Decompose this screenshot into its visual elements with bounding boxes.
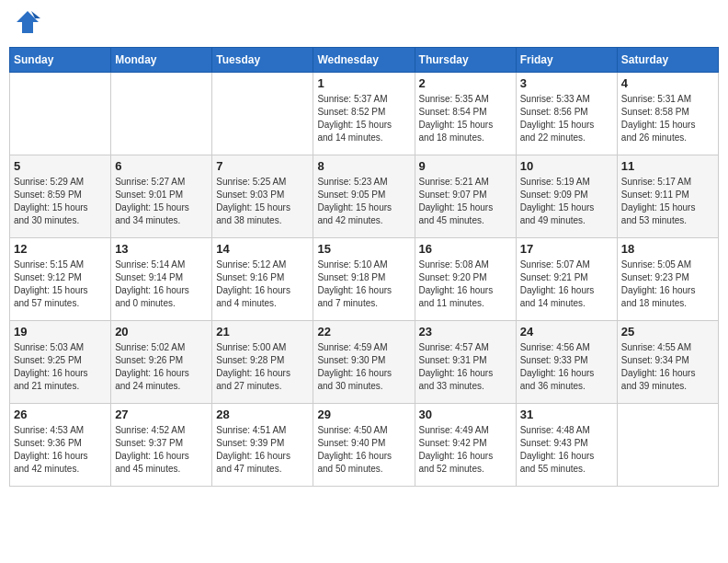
day-info: Sunrise: 5:00 AM Sunset: 9:28 PM Dayligh… bbox=[216, 341, 309, 393]
calendar-cell: 8Sunrise: 5:23 AM Sunset: 9:05 PM Daylig… bbox=[313, 155, 415, 238]
day-number: 14 bbox=[216, 242, 309, 256]
day-info: Sunrise: 5:33 AM Sunset: 8:56 PM Dayligh… bbox=[520, 93, 613, 144]
day-number: 25 bbox=[621, 325, 714, 339]
day-info: Sunrise: 5:37 AM Sunset: 8:52 PM Dayligh… bbox=[317, 93, 410, 144]
calendar-cell: 5Sunrise: 5:29 AM Sunset: 8:59 PM Daylig… bbox=[10, 155, 111, 238]
calendar-cell: 9Sunrise: 5:21 AM Sunset: 9:07 PM Daylig… bbox=[415, 155, 516, 238]
weekday-header-thursday: Thursday bbox=[415, 48, 516, 73]
calendar-cell: 16Sunrise: 5:08 AM Sunset: 9:20 PM Dayli… bbox=[415, 238, 516, 321]
logo-text bbox=[13, 9, 40, 40]
calendar-cell: 14Sunrise: 5:12 AM Sunset: 9:16 PM Dayli… bbox=[212, 238, 313, 321]
calendar-cell: 11Sunrise: 5:17 AM Sunset: 9:11 PM Dayli… bbox=[617, 155, 718, 238]
day-info: Sunrise: 5:05 AM Sunset: 9:23 PM Dayligh… bbox=[621, 259, 714, 310]
calendar-week-1: 1Sunrise: 5:37 AM Sunset: 8:52 PM Daylig… bbox=[10, 73, 719, 155]
calendar-cell: 12Sunrise: 5:15 AM Sunset: 9:12 PM Dayli… bbox=[10, 238, 111, 321]
calendar-cell bbox=[212, 73, 313, 155]
weekday-header-sunday: Sunday bbox=[10, 48, 111, 73]
day-info: Sunrise: 5:14 AM Sunset: 9:14 PM Dayligh… bbox=[115, 259, 208, 310]
day-number: 1 bbox=[317, 76, 410, 90]
calendar-cell bbox=[617, 404, 718, 487]
logo bbox=[13, 9, 40, 40]
calendar-cell: 25Sunrise: 4:55 AM Sunset: 9:34 PM Dayli… bbox=[617, 321, 718, 404]
day-number: 10 bbox=[520, 159, 613, 173]
calendar-cell: 15Sunrise: 5:10 AM Sunset: 9:18 PM Dayli… bbox=[313, 238, 415, 321]
day-info: Sunrise: 5:07 AM Sunset: 9:21 PM Dayligh… bbox=[520, 259, 613, 310]
calendar-cell: 21Sunrise: 5:00 AM Sunset: 9:28 PM Dayli… bbox=[212, 321, 313, 404]
calendar-cell bbox=[111, 73, 212, 155]
calendar-cell: 24Sunrise: 4:56 AM Sunset: 9:33 PM Dayli… bbox=[516, 321, 617, 404]
day-info: Sunrise: 4:51 AM Sunset: 9:39 PM Dayligh… bbox=[216, 424, 309, 476]
day-info: Sunrise: 5:17 AM Sunset: 9:11 PM Dayligh… bbox=[621, 176, 714, 227]
weekday-header-saturday: Saturday bbox=[617, 48, 718, 73]
day-number: 2 bbox=[419, 76, 512, 90]
day-number: 30 bbox=[419, 408, 512, 421]
day-info: Sunrise: 5:29 AM Sunset: 8:59 PM Dayligh… bbox=[14, 176, 107, 227]
day-info: Sunrise: 5:08 AM Sunset: 9:20 PM Dayligh… bbox=[419, 259, 512, 310]
day-number: 16 bbox=[419, 242, 512, 256]
day-info: Sunrise: 5:10 AM Sunset: 9:18 PM Dayligh… bbox=[317, 259, 410, 310]
day-info: Sunrise: 5:19 AM Sunset: 9:09 PM Dayligh… bbox=[520, 176, 613, 227]
day-info: Sunrise: 5:12 AM Sunset: 9:16 PM Dayligh… bbox=[216, 259, 309, 310]
day-number: 28 bbox=[216, 408, 309, 421]
day-info: Sunrise: 4:52 AM Sunset: 9:37 PM Dayligh… bbox=[115, 424, 208, 476]
day-number: 12 bbox=[14, 242, 107, 256]
day-number: 22 bbox=[317, 325, 410, 339]
calendar-cell: 29Sunrise: 4:50 AM Sunset: 9:40 PM Dayli… bbox=[313, 404, 415, 487]
day-number: 17 bbox=[520, 242, 613, 256]
calendar-cell: 2Sunrise: 5:35 AM Sunset: 8:54 PM Daylig… bbox=[415, 73, 516, 155]
calendar-week-4: 19Sunrise: 5:03 AM Sunset: 9:25 PM Dayli… bbox=[10, 321, 719, 404]
calendar-body: 1Sunrise: 5:37 AM Sunset: 8:52 PM Daylig… bbox=[10, 73, 719, 487]
day-info: Sunrise: 4:48 AM Sunset: 9:43 PM Dayligh… bbox=[520, 424, 613, 476]
calendar-cell: 13Sunrise: 5:14 AM Sunset: 9:14 PM Dayli… bbox=[111, 238, 212, 321]
calendar-week-3: 12Sunrise: 5:15 AM Sunset: 9:12 PM Dayli… bbox=[10, 238, 719, 321]
day-number: 24 bbox=[520, 325, 613, 339]
day-number: 21 bbox=[216, 325, 309, 339]
day-number: 27 bbox=[115, 408, 208, 421]
weekday-header-friday: Friday bbox=[516, 48, 617, 73]
calendar-header: SundayMondayTuesdayWednesdayThursdayFrid… bbox=[10, 48, 719, 73]
calendar-cell: 1Sunrise: 5:37 AM Sunset: 8:52 PM Daylig… bbox=[313, 73, 415, 155]
day-info: Sunrise: 4:59 AM Sunset: 9:30 PM Dayligh… bbox=[317, 341, 410, 393]
weekday-row: SundayMondayTuesdayWednesdayThursdayFrid… bbox=[10, 48, 719, 73]
day-info: Sunrise: 5:25 AM Sunset: 9:03 PM Dayligh… bbox=[216, 176, 309, 227]
calendar-cell: 10Sunrise: 5:19 AM Sunset: 9:09 PM Dayli… bbox=[516, 155, 617, 238]
calendar-week-5: 26Sunrise: 4:53 AM Sunset: 9:36 PM Dayli… bbox=[10, 404, 719, 487]
day-info: Sunrise: 5:23 AM Sunset: 9:05 PM Dayligh… bbox=[317, 176, 410, 227]
day-info: Sunrise: 5:02 AM Sunset: 9:26 PM Dayligh… bbox=[115, 341, 208, 393]
day-info: Sunrise: 4:56 AM Sunset: 9:33 PM Dayligh… bbox=[520, 341, 613, 393]
calendar-table: SundayMondayTuesdayWednesdayThursdayFrid… bbox=[9, 47, 719, 487]
calendar-cell: 22Sunrise: 4:59 AM Sunset: 9:30 PM Dayli… bbox=[313, 321, 415, 404]
calendar-cell: 23Sunrise: 4:57 AM Sunset: 9:31 PM Dayli… bbox=[415, 321, 516, 404]
day-info: Sunrise: 4:50 AM Sunset: 9:40 PM Dayligh… bbox=[317, 424, 410, 476]
day-number: 19 bbox=[14, 325, 107, 339]
day-info: Sunrise: 4:57 AM Sunset: 9:31 PM Dayligh… bbox=[419, 341, 512, 393]
day-number: 29 bbox=[317, 408, 410, 421]
calendar-cell: 3Sunrise: 5:33 AM Sunset: 8:56 PM Daylig… bbox=[516, 73, 617, 155]
day-number: 23 bbox=[419, 325, 512, 339]
weekday-header-wednesday: Wednesday bbox=[313, 48, 415, 73]
day-info: Sunrise: 4:55 AM Sunset: 9:34 PM Dayligh… bbox=[621, 341, 714, 393]
calendar-cell bbox=[10, 73, 111, 155]
calendar-cell: 20Sunrise: 5:02 AM Sunset: 9:26 PM Dayli… bbox=[111, 321, 212, 404]
day-info: Sunrise: 5:35 AM Sunset: 8:54 PM Dayligh… bbox=[419, 93, 512, 144]
day-number: 3 bbox=[520, 76, 613, 90]
day-info: Sunrise: 4:49 AM Sunset: 9:42 PM Dayligh… bbox=[419, 424, 512, 476]
calendar-cell: 17Sunrise: 5:07 AM Sunset: 9:21 PM Dayli… bbox=[516, 238, 617, 321]
day-info: Sunrise: 5:03 AM Sunset: 9:25 PM Dayligh… bbox=[14, 341, 107, 393]
calendar-cell: 6Sunrise: 5:27 AM Sunset: 9:01 PM Daylig… bbox=[111, 155, 212, 238]
calendar-cell: 31Sunrise: 4:48 AM Sunset: 9:43 PM Dayli… bbox=[516, 404, 617, 487]
day-info: Sunrise: 5:21 AM Sunset: 9:07 PM Dayligh… bbox=[419, 176, 512, 227]
calendar-cell: 7Sunrise: 5:25 AM Sunset: 9:03 PM Daylig… bbox=[212, 155, 313, 238]
day-info: Sunrise: 5:15 AM Sunset: 9:12 PM Dayligh… bbox=[14, 259, 107, 310]
weekday-header-tuesday: Tuesday bbox=[212, 48, 313, 73]
day-number: 4 bbox=[621, 76, 714, 90]
day-info: Sunrise: 5:27 AM Sunset: 9:01 PM Dayligh… bbox=[115, 176, 208, 227]
calendar-week-2: 5Sunrise: 5:29 AM Sunset: 8:59 PM Daylig… bbox=[10, 155, 719, 238]
day-number: 6 bbox=[115, 159, 208, 173]
calendar-cell: 26Sunrise: 4:53 AM Sunset: 9:36 PM Dayli… bbox=[10, 404, 111, 487]
day-number: 7 bbox=[216, 159, 309, 173]
day-number: 20 bbox=[115, 325, 208, 339]
day-number: 5 bbox=[14, 159, 107, 173]
page-header bbox=[9, 9, 719, 40]
calendar-cell: 30Sunrise: 4:49 AM Sunset: 9:42 PM Dayli… bbox=[415, 404, 516, 487]
